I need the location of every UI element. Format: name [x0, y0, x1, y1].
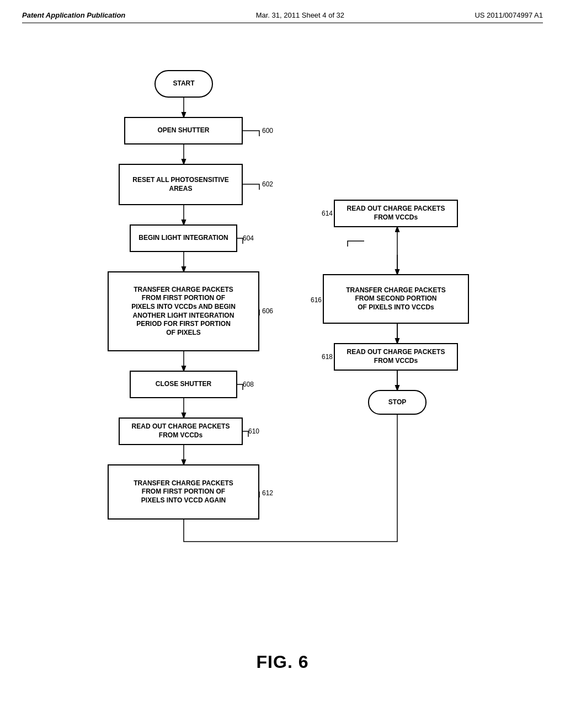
node-606-label: TRANSFER CHARGE PACKETSFROM FIRST PORTIO…	[131, 286, 236, 338]
node-610-label: READ OUT CHARGE PACKETSFROM VCCDs	[132, 422, 230, 440]
ref-616: 616	[311, 296, 322, 304]
ref-604: 604	[243, 234, 254, 242]
node-612: TRANSFER CHARGE PACKETSFROM FIRST PORTIO…	[108, 464, 259, 520]
node-stop: STOP	[368, 390, 427, 415]
ref-618: 618	[322, 353, 333, 361]
ref-608: 608	[243, 381, 254, 388]
node-604-label: BEGIN LIGHT INTEGRATION	[138, 234, 228, 243]
node-618-label: READ OUT CHARGE PACKETSFROM VCCDs	[347, 348, 445, 365]
header-patent-number: US 2011/0074997 A1	[475, 11, 543, 19]
ref-606: 606	[262, 307, 273, 315]
diagram-area: START OPEN SHUTTER 600 RESET ALL PHOTOSE…	[22, 45, 543, 641]
page: Patent Application Publication Mar. 31, …	[0, 0, 565, 728]
node-start-label: START	[173, 79, 194, 88]
node-602-label: RESET ALL PHOTOSENSITIVE AREAS	[124, 176, 237, 193]
node-612-label: TRANSFER CHARGE PACKETSFROM FIRST PORTIO…	[134, 479, 233, 505]
node-614-label: READ OUT CHARGE PACKETSFROM VCCDs	[347, 205, 445, 222]
ref-614: 614	[322, 210, 333, 217]
ref-610: 610	[248, 427, 259, 435]
node-600-label: OPEN SHUTTER	[157, 126, 209, 135]
node-608-label: CLOSE SHUTTER	[156, 380, 211, 389]
header-publication: Patent Application Publication	[22, 11, 125, 19]
figure-label: FIG. 6	[22, 652, 543, 672]
node-616-label: TRANSFER CHARGE PACKETSFROM SECOND PORTI…	[346, 286, 445, 312]
ref-612: 612	[262, 489, 273, 497]
node-616: TRANSFER CHARGE PACKETSFROM SECOND PORTI…	[323, 274, 469, 324]
node-stop-label: STOP	[388, 398, 406, 407]
header-date-sheet: Mar. 31, 2011 Sheet 4 of 32	[256, 11, 344, 19]
node-600: OPEN SHUTTER	[124, 117, 243, 144]
node-608: CLOSE SHUTTER	[130, 371, 237, 398]
node-606: TRANSFER CHARGE PACKETSFROM FIRST PORTIO…	[108, 271, 259, 351]
node-602: RESET ALL PHOTOSENSITIVE AREAS	[119, 164, 243, 205]
node-614: READ OUT CHARGE PACKETSFROM VCCDs	[334, 200, 458, 227]
node-start: START	[154, 70, 213, 98]
ref-602: 602	[262, 180, 273, 188]
node-618: READ OUT CHARGE PACKETSFROM VCCDs	[334, 343, 458, 371]
node-604: BEGIN LIGHT INTEGRATION	[130, 224, 237, 252]
flow-arrows	[22, 45, 543, 641]
node-610: READ OUT CHARGE PACKETSFROM VCCDs	[119, 417, 243, 445]
page-header: Patent Application Publication Mar. 31, …	[22, 11, 543, 23]
ref-600: 600	[262, 127, 273, 135]
